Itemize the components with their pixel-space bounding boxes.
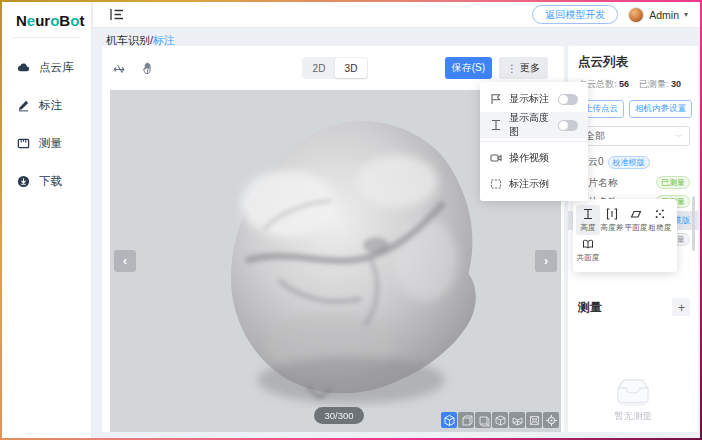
menu-item-show-heightmap[interactable]: 显示高度图: [480, 112, 588, 138]
sidebar-item-measure[interactable]: 测量: [2, 124, 91, 162]
view-back-button[interactable]: [475, 412, 491, 428]
view-right-button[interactable]: [509, 412, 525, 428]
tool-height[interactable]: 高度: [576, 205, 600, 235]
image-name: 图片名称: [578, 176, 656, 190]
cube-icon: [511, 414, 524, 427]
add-measurement-button[interactable]: +: [672, 298, 690, 316]
logo-gear-e: e: [27, 12, 35, 29]
more-button[interactable]: ⋮更多: [499, 57, 548, 79]
save-button[interactable]: 保存(S): [445, 57, 492, 79]
tool-height-difference[interactable]: 高度差: [600, 205, 624, 235]
tools-grid: 高度 高度差 平面度 粗糙度 共面度: [576, 205, 674, 265]
view-orientation-bar: [441, 412, 559, 428]
user-menu[interactable]: Admin ▾: [628, 7, 688, 23]
menu-item-label: 操作视频: [509, 151, 549, 165]
empty-box-icon: [612, 376, 654, 406]
tool-label: 平面度: [625, 222, 648, 232]
pointcloud-group[interactable]: 点云0 校准模版: [578, 155, 690, 169]
menu-item-label: 显示标注: [509, 92, 549, 106]
cube-icon: [460, 414, 473, 427]
sidebar-item-label: 下载: [39, 174, 62, 189]
menu-item-tutorial-video[interactable]: 操作视频: [480, 145, 588, 171]
download-icon: [17, 175, 30, 188]
move-tool-icon[interactable]: [112, 61, 127, 76]
height-tool-icon: [582, 208, 594, 220]
cube-icon: [477, 414, 490, 427]
measure-section-header: 测量 +: [578, 298, 690, 316]
roughness-tool-icon: [654, 208, 666, 220]
tab-3d[interactable]: 3D: [335, 58, 367, 78]
sidebar-item-label: 测量: [39, 136, 62, 151]
neurobot-app: NeuroBot 点云库 标注 测量 下载 返回模型开发 Admin ▾: [2, 2, 700, 438]
cloud-icon: [17, 61, 30, 74]
reset-view-button[interactable]: [543, 412, 559, 428]
menu-item-show-annotations[interactable]: 显示标注: [480, 86, 588, 112]
breadcrumb-current: 标注: [153, 34, 175, 46]
height-diff-tool-icon: [606, 208, 618, 220]
pan-tools: [112, 61, 156, 76]
panel-actions: 上传点云 相机内参设置: [578, 100, 690, 118]
logo-text: N: [16, 12, 27, 29]
list-scrollbar[interactable]: [692, 196, 695, 251]
logo-gear-o: o: [50, 12, 59, 29]
avatar: [628, 7, 644, 23]
chevron-down-icon: ﹀: [675, 131, 683, 142]
pointcloud-stats: 点云总数: 56 已测量: 30: [578, 78, 690, 91]
prev-image-button[interactable]: ‹: [114, 250, 136, 272]
menu-item-label: 标注示例: [509, 177, 549, 191]
menu-item-label: 显示高度图: [509, 111, 551, 139]
tool-roughness[interactable]: 粗糙度: [648, 205, 672, 235]
measure-title: 测量: [578, 299, 602, 316]
tool-flatness[interactable]: 平面度: [624, 205, 648, 235]
panel-title: 点云列表: [578, 54, 690, 71]
next-image-button[interactable]: ›: [535, 250, 557, 272]
tooth-3d-model[interactable]: [182, 108, 497, 408]
list-item[interactable]: 图片名称 已测量: [578, 173, 690, 192]
app-logo: NeuroBot: [2, 2, 91, 35]
ruler-icon: [17, 137, 30, 150]
measured-label: 已测量:: [639, 79, 669, 89]
chevron-down-icon: ▾: [684, 10, 688, 19]
topbar: 返回模型开发 Admin ▾: [93, 2, 700, 28]
measured-value: 30: [671, 79, 681, 89]
show-heightmap-toggle[interactable]: [558, 120, 578, 131]
collapse-menu-icon[interactable]: [110, 8, 124, 21]
more-dropdown-menu: 显示标注 显示高度图 操作视频 标注示例: [480, 82, 588, 201]
sidebar-item-pointcloud-library[interactable]: 点云库: [2, 48, 91, 86]
sidebar-item-label: 点云库: [39, 60, 74, 75]
logo-text: B: [59, 12, 70, 29]
view-mode-toggle: 2D 3D: [302, 57, 368, 79]
hand-tool-icon[interactable]: [141, 61, 156, 76]
tool-label: 高度差: [601, 222, 624, 232]
empty-state: 暂无测量: [568, 376, 698, 423]
tool-label: 高度: [580, 222, 595, 232]
empty-state-text: 暂无测量: [614, 410, 652, 423]
sidebar-item-label: 标注: [39, 98, 62, 113]
view-left-button[interactable]: [492, 412, 508, 428]
breadcrumb-parent[interactable]: 机车识别: [106, 34, 150, 46]
logo-text: ur: [35, 12, 50, 29]
show-annotations-toggle[interactable]: [558, 94, 578, 105]
camera-intrinsics-button[interactable]: 相机内参设置: [629, 100, 692, 118]
crosshair-icon: [545, 414, 558, 427]
tab-2d[interactable]: 2D: [303, 58, 335, 78]
flatness-tool-icon: [630, 208, 642, 220]
pagination-indicator: 30/300: [314, 407, 364, 424]
tool-coplanarity[interactable]: 共面度: [576, 235, 600, 265]
tool-label: 粗糙度: [649, 222, 672, 232]
ellipsis-icon: ⋮: [507, 63, 517, 74]
total-value: 56: [619, 79, 629, 89]
video-icon: [490, 152, 502, 164]
view-top-button[interactable]: [526, 412, 542, 428]
filter-select[interactable]: 全部 ﹀: [578, 126, 690, 146]
measurement-tools-popup: 高度 高度差 平面度 粗糙度 共面度: [573, 199, 677, 272]
username: Admin: [649, 9, 679, 21]
view-front-button[interactable]: [458, 412, 474, 428]
back-to-model-dev-button[interactable]: 返回模型开发: [532, 5, 618, 24]
sidebar-item-annotate[interactable]: 标注: [2, 86, 91, 124]
frame-icon: [490, 178, 502, 190]
decorative-frame: NeuroBot 点云库 标注 测量 下载 返回模型开发 Admin ▾: [0, 0, 702, 440]
view-iso-button[interactable]: [441, 412, 457, 428]
sidebar-item-download[interactable]: 下载: [2, 162, 91, 200]
menu-item-annotation-example[interactable]: 标注示例: [480, 171, 588, 197]
